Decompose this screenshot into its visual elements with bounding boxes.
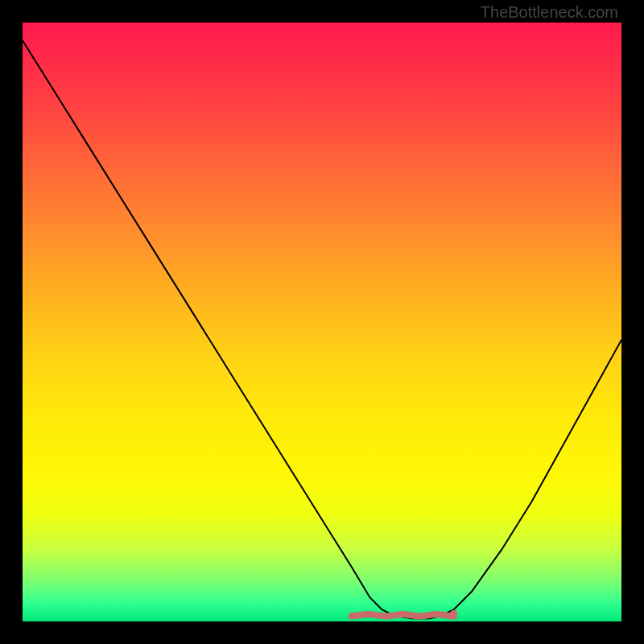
optimal-marker-strip	[352, 614, 454, 617]
chart-container: TheBottleneck.com	[0, 0, 644, 644]
bottleneck-curve	[23, 40, 621, 618]
watermark-text: TheBottleneck.com	[481, 3, 618, 22]
marker-dot-right	[450, 610, 457, 617]
marker-dot-left	[349, 613, 356, 620]
plot-area	[23, 23, 621, 621]
curve-svg	[23, 23, 621, 621]
